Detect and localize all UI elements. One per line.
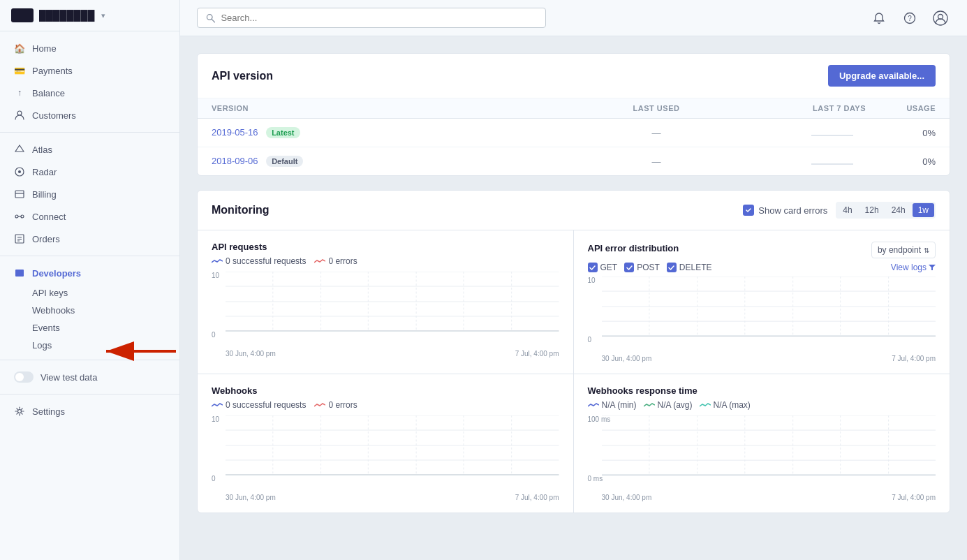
sidebar-label-orders: Orders [32, 234, 60, 244]
time-btn-4h[interactable]: 4h [837, 203, 857, 217]
successful-line-icon [212, 258, 223, 264]
sidebar-label-atlas: Atlas [32, 145, 52, 155]
sidebar-item-orders[interactable]: Orders [0, 228, 179, 250]
toggle-knob [15, 373, 24, 381]
version-cell-1: 2019-05-16 Latest [212, 127, 586, 138]
min-legend: N/A (min) [588, 400, 637, 410]
atlas-icon [14, 144, 25, 155]
svg-point-14 [18, 410, 22, 413]
api-version-card: API version Upgrade available... VERSION… [197, 53, 950, 176]
sidebar-item-radar[interactable]: Radar [0, 161, 179, 183]
search-input[interactable] [221, 13, 537, 23]
error-dist-subheader: GET POST [588, 263, 936, 272]
sidebar-item-events[interactable]: Events [32, 319, 179, 337]
version-link-1[interactable]: 2019-05-16 [212, 127, 258, 138]
sidebar-item-payments[interactable]: 💳 Payments [0, 59, 179, 82]
time-btn-12h[interactable]: 12h [859, 203, 885, 217]
post-label: POST [637, 263, 660, 272]
version-link-2[interactable]: 2018-09-06 [212, 156, 258, 166]
view-logs-link[interactable]: View logs [891, 263, 936, 272]
svg-line-18 [212, 19, 214, 22]
sidebar-item-webhooks[interactable]: Webhooks [32, 302, 179, 319]
sidebar-item-customers[interactable]: Customers [0, 104, 179, 126]
legend-successful: 0 successful requests [212, 256, 306, 266]
by-endpoint-chevron: ⇅ [924, 246, 929, 254]
sidebar-item-api-keys[interactable]: API keys [32, 284, 179, 302]
post-checkbox[interactable] [624, 263, 634, 272]
notifications-icon[interactable] [869, 8, 889, 28]
y-bottom-1: 0 [212, 331, 216, 339]
test-data-toggle-switch[interactable] [14, 371, 34, 383]
webhooks-chart: 10 0 [212, 415, 559, 492]
sidebar-label-connect: Connect [32, 212, 66, 222]
show-card-errors-checkbox[interactable] [743, 205, 754, 216]
sidebar-item-settings[interactable]: Settings [0, 400, 179, 422]
view-test-data-toggle[interactable]: View test data [0, 366, 179, 388]
version-row-2: 2018-09-06 Default — 0% [198, 147, 950, 175]
sidebar-item-balance[interactable]: ↑ Balance [0, 82, 179, 104]
last-used-2: — [586, 156, 726, 167]
col-usage: USAGE [866, 104, 936, 112]
last-used-1: — [586, 128, 726, 138]
method-delete[interactable]: DELETE [667, 263, 712, 272]
y-top-3: 10 [212, 415, 219, 423]
col-last-7-days: LAST 7 DAYS [726, 104, 866, 112]
monitoring-card: Monitoring Show card errors 4h 12h 24h 1… [197, 190, 950, 513]
by-endpoint-select[interactable]: by endpoint ⇅ [871, 242, 936, 258]
topbar-icons: ? [869, 8, 950, 28]
api-requests-panel: API requests 0 successful requests 0 err… [198, 230, 574, 374]
api-requests-chart: 10 0 [212, 272, 559, 348]
logo-dropdown-icon[interactable]: ▾ [101, 11, 105, 20]
user-icon[interactable] [931, 8, 950, 28]
delete-label: DELETE [679, 263, 712, 272]
api-version-header: API version Upgrade available... [198, 54, 950, 98]
x-end-3: 7 Jul, 4:00 pm [515, 494, 559, 501]
sidebar-item-connect[interactable]: Connect [0, 205, 179, 228]
upgrade-button[interactable]: Upgrade available... [828, 65, 936, 87]
sidebar-nav: 🏠 Home 💳 Payments ↑ Balance Customers At… [0, 31, 179, 428]
webhooks-response-panel: Webhooks response time N/A (min) N/A (av… [574, 374, 950, 513]
get-checkbox[interactable] [588, 263, 598, 272]
col-version: VERSION [212, 104, 586, 112]
nav-divider-2 [0, 256, 179, 256]
delete-checkbox[interactable] [667, 263, 677, 272]
y-bottom-2: 0 [588, 336, 592, 344]
nav-divider-4 [0, 394, 179, 395]
webhooks-response-legend: N/A (min) N/A (avg) N/A (max) [588, 400, 936, 410]
page-content: API version Upgrade available... VERSION… [180, 36, 967, 560]
method-checkboxes: GET POST [588, 263, 712, 272]
svg-marker-35 [929, 265, 936, 270]
min-label: N/A (min) [602, 400, 637, 410]
time-btn-1w[interactable]: 1w [913, 203, 934, 217]
method-post[interactable]: POST [624, 263, 660, 272]
sidebar-item-billing[interactable]: Billing [0, 183, 179, 205]
legend-errors-label: 0 errors [328, 256, 357, 266]
svg-rect-4 [15, 191, 24, 198]
x-end-2: 7 Jul, 4:00 pm [892, 355, 936, 362]
webhooks-response-svg [602, 415, 936, 476]
sidebar-item-logs[interactable]: Logs [32, 337, 179, 354]
search-box[interactable] [197, 8, 546, 28]
api-requests-title: API requests [212, 242, 559, 252]
svg-rect-13 [15, 270, 24, 277]
time-filters: 4h 12h 24h 1w [836, 202, 936, 219]
y-bottom-3: 0 [212, 475, 216, 482]
webhooks-response-x-labels: 30 Jun, 4:00 pm 7 Jul, 4:00 pm [588, 494, 936, 501]
by-endpoint-label: by endpoint [878, 245, 921, 255]
sidebar-item-atlas[interactable]: Atlas [0, 138, 179, 161]
logo-icon [11, 8, 34, 22]
min-line-icon [588, 402, 599, 408]
svg-text:?: ? [908, 15, 912, 22]
method-get[interactable]: GET [588, 263, 618, 272]
api-error-dist-panel: API error distribution by endpoint ⇅ [574, 230, 950, 374]
x-start-1: 30 Jun, 4:00 pm [226, 350, 276, 358]
version-row-1: 2019-05-16 Latest — 0% [198, 119, 950, 147]
api-version-table-header: VERSION LAST USED LAST 7 DAYS USAGE [198, 98, 950, 119]
sidebar-item-home[interactable]: 🏠 Home [0, 37, 179, 59]
help-icon[interactable]: ? [900, 8, 920, 28]
svg-point-7 [21, 215, 24, 218]
time-btn-24h[interactable]: 24h [886, 203, 911, 217]
api-requests-x-labels: 30 Jun, 4:00 pm 7 Jul, 4:00 pm [212, 350, 559, 358]
sidebar-item-developers[interactable]: Developers [0, 262, 179, 284]
col-last-used: LAST USED [586, 104, 726, 112]
